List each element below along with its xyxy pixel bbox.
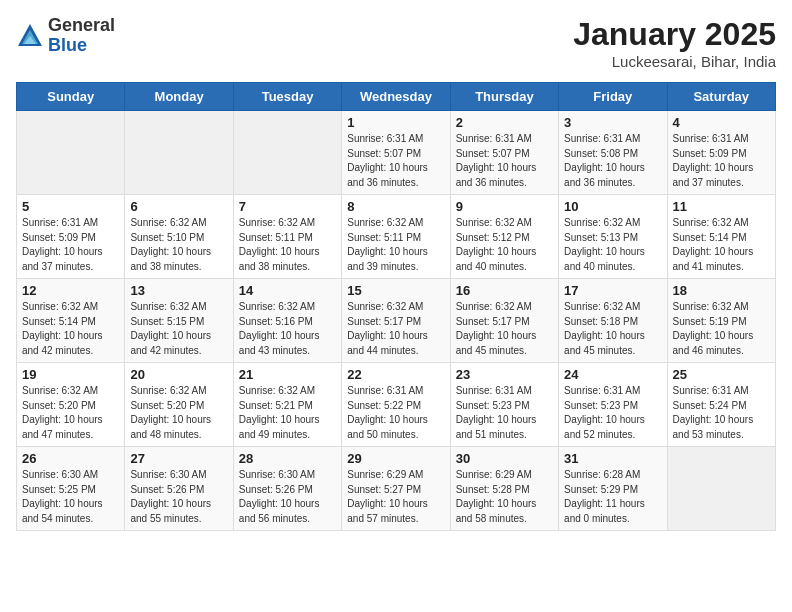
- day-info: Sunrise: 6:32 AM Sunset: 5:14 PM Dayligh…: [673, 216, 770, 274]
- day-info: Sunrise: 6:32 AM Sunset: 5:16 PM Dayligh…: [239, 300, 336, 358]
- calendar-cell: 13Sunrise: 6:32 AM Sunset: 5:15 PM Dayli…: [125, 279, 233, 363]
- calendar-cell: 23Sunrise: 6:31 AM Sunset: 5:23 PM Dayli…: [450, 363, 558, 447]
- calendar-cell: 4Sunrise: 6:31 AM Sunset: 5:09 PM Daylig…: [667, 111, 775, 195]
- day-info: Sunrise: 6:32 AM Sunset: 5:12 PM Dayligh…: [456, 216, 553, 274]
- calendar-cell: 28Sunrise: 6:30 AM Sunset: 5:26 PM Dayli…: [233, 447, 341, 531]
- day-info: Sunrise: 6:31 AM Sunset: 5:09 PM Dayligh…: [22, 216, 119, 274]
- day-number: 10: [564, 199, 661, 214]
- calendar-week-row: 12Sunrise: 6:32 AM Sunset: 5:14 PM Dayli…: [17, 279, 776, 363]
- day-number: 9: [456, 199, 553, 214]
- weekday-header-row: SundayMondayTuesdayWednesdayThursdayFrid…: [17, 83, 776, 111]
- weekday-header-saturday: Saturday: [667, 83, 775, 111]
- day-info: Sunrise: 6:31 AM Sunset: 5:22 PM Dayligh…: [347, 384, 444, 442]
- day-number: 16: [456, 283, 553, 298]
- day-info: Sunrise: 6:32 AM Sunset: 5:17 PM Dayligh…: [456, 300, 553, 358]
- calendar-cell: 8Sunrise: 6:32 AM Sunset: 5:11 PM Daylig…: [342, 195, 450, 279]
- day-number: 6: [130, 199, 227, 214]
- day-info: Sunrise: 6:31 AM Sunset: 5:08 PM Dayligh…: [564, 132, 661, 190]
- calendar-cell: 7Sunrise: 6:32 AM Sunset: 5:11 PM Daylig…: [233, 195, 341, 279]
- calendar-cell: 6Sunrise: 6:32 AM Sunset: 5:10 PM Daylig…: [125, 195, 233, 279]
- day-number: 3: [564, 115, 661, 130]
- day-info: Sunrise: 6:32 AM Sunset: 5:19 PM Dayligh…: [673, 300, 770, 358]
- day-number: 11: [673, 199, 770, 214]
- day-info: Sunrise: 6:32 AM Sunset: 5:11 PM Dayligh…: [347, 216, 444, 274]
- calendar-cell: 2Sunrise: 6:31 AM Sunset: 5:07 PM Daylig…: [450, 111, 558, 195]
- calendar-cell: 15Sunrise: 6:32 AM Sunset: 5:17 PM Dayli…: [342, 279, 450, 363]
- day-number: 20: [130, 367, 227, 382]
- calendar-cell: 20Sunrise: 6:32 AM Sunset: 5:20 PM Dayli…: [125, 363, 233, 447]
- day-number: 30: [456, 451, 553, 466]
- calendar-week-row: 19Sunrise: 6:32 AM Sunset: 5:20 PM Dayli…: [17, 363, 776, 447]
- day-number: 31: [564, 451, 661, 466]
- calendar-cell: 30Sunrise: 6:29 AM Sunset: 5:28 PM Dayli…: [450, 447, 558, 531]
- day-info: Sunrise: 6:32 AM Sunset: 5:13 PM Dayligh…: [564, 216, 661, 274]
- weekday-header-friday: Friday: [559, 83, 667, 111]
- day-info: Sunrise: 6:32 AM Sunset: 5:15 PM Dayligh…: [130, 300, 227, 358]
- day-number: 14: [239, 283, 336, 298]
- day-info: Sunrise: 6:32 AM Sunset: 5:21 PM Dayligh…: [239, 384, 336, 442]
- day-number: 27: [130, 451, 227, 466]
- day-number: 7: [239, 199, 336, 214]
- calendar-body: 1Sunrise: 6:31 AM Sunset: 5:07 PM Daylig…: [17, 111, 776, 531]
- day-info: Sunrise: 6:31 AM Sunset: 5:23 PM Dayligh…: [564, 384, 661, 442]
- calendar-cell: [667, 447, 775, 531]
- calendar-cell: 5Sunrise: 6:31 AM Sunset: 5:09 PM Daylig…: [17, 195, 125, 279]
- day-number: 23: [456, 367, 553, 382]
- calendar-cell: 25Sunrise: 6:31 AM Sunset: 5:24 PM Dayli…: [667, 363, 775, 447]
- page-header: General Blue January 2025 Luckeesarai, B…: [16, 16, 776, 70]
- day-number: 21: [239, 367, 336, 382]
- day-number: 8: [347, 199, 444, 214]
- day-info: Sunrise: 6:30 AM Sunset: 5:26 PM Dayligh…: [239, 468, 336, 526]
- day-number: 17: [564, 283, 661, 298]
- day-info: Sunrise: 6:32 AM Sunset: 5:20 PM Dayligh…: [130, 384, 227, 442]
- day-info: Sunrise: 6:32 AM Sunset: 5:10 PM Dayligh…: [130, 216, 227, 274]
- calendar-cell: 12Sunrise: 6:32 AM Sunset: 5:14 PM Dayli…: [17, 279, 125, 363]
- day-info: Sunrise: 6:28 AM Sunset: 5:29 PM Dayligh…: [564, 468, 661, 526]
- calendar-cell: [125, 111, 233, 195]
- weekday-header-wednesday: Wednesday: [342, 83, 450, 111]
- day-number: 13: [130, 283, 227, 298]
- day-info: Sunrise: 6:32 AM Sunset: 5:14 PM Dayligh…: [22, 300, 119, 358]
- day-number: 15: [347, 283, 444, 298]
- calendar-cell: 14Sunrise: 6:32 AM Sunset: 5:16 PM Dayli…: [233, 279, 341, 363]
- weekday-header-sunday: Sunday: [17, 83, 125, 111]
- calendar-cell: 11Sunrise: 6:32 AM Sunset: 5:14 PM Dayli…: [667, 195, 775, 279]
- calendar-table: SundayMondayTuesdayWednesdayThursdayFrid…: [16, 82, 776, 531]
- calendar-cell: 27Sunrise: 6:30 AM Sunset: 5:26 PM Dayli…: [125, 447, 233, 531]
- calendar-cell: 21Sunrise: 6:32 AM Sunset: 5:21 PM Dayli…: [233, 363, 341, 447]
- calendar-cell: [17, 111, 125, 195]
- day-info: Sunrise: 6:31 AM Sunset: 5:07 PM Dayligh…: [347, 132, 444, 190]
- weekday-header-tuesday: Tuesday: [233, 83, 341, 111]
- logo-icon: [16, 22, 44, 50]
- calendar-cell: 10Sunrise: 6:32 AM Sunset: 5:13 PM Dayli…: [559, 195, 667, 279]
- calendar-subtitle: Luckeesarai, Bihar, India: [573, 53, 776, 70]
- calendar-week-row: 1Sunrise: 6:31 AM Sunset: 5:07 PM Daylig…: [17, 111, 776, 195]
- calendar-cell: 22Sunrise: 6:31 AM Sunset: 5:22 PM Dayli…: [342, 363, 450, 447]
- day-number: 24: [564, 367, 661, 382]
- calendar-cell: 24Sunrise: 6:31 AM Sunset: 5:23 PM Dayli…: [559, 363, 667, 447]
- calendar-week-row: 5Sunrise: 6:31 AM Sunset: 5:09 PM Daylig…: [17, 195, 776, 279]
- day-info: Sunrise: 6:29 AM Sunset: 5:28 PM Dayligh…: [456, 468, 553, 526]
- logo-blue-text: Blue: [48, 35, 87, 55]
- calendar-cell: 16Sunrise: 6:32 AM Sunset: 5:17 PM Dayli…: [450, 279, 558, 363]
- calendar-title: January 2025: [573, 16, 776, 53]
- day-info: Sunrise: 6:31 AM Sunset: 5:23 PM Dayligh…: [456, 384, 553, 442]
- day-info: Sunrise: 6:32 AM Sunset: 5:20 PM Dayligh…: [22, 384, 119, 442]
- day-number: 4: [673, 115, 770, 130]
- logo-general-text: General: [48, 15, 115, 35]
- calendar-cell: [233, 111, 341, 195]
- day-number: 25: [673, 367, 770, 382]
- day-number: 28: [239, 451, 336, 466]
- day-info: Sunrise: 6:32 AM Sunset: 5:17 PM Dayligh…: [347, 300, 444, 358]
- calendar-cell: 26Sunrise: 6:30 AM Sunset: 5:25 PM Dayli…: [17, 447, 125, 531]
- day-number: 18: [673, 283, 770, 298]
- calendar-week-row: 26Sunrise: 6:30 AM Sunset: 5:25 PM Dayli…: [17, 447, 776, 531]
- day-number: 22: [347, 367, 444, 382]
- day-number: 12: [22, 283, 119, 298]
- day-info: Sunrise: 6:29 AM Sunset: 5:27 PM Dayligh…: [347, 468, 444, 526]
- calendar-cell: 17Sunrise: 6:32 AM Sunset: 5:18 PM Dayli…: [559, 279, 667, 363]
- calendar-cell: 18Sunrise: 6:32 AM Sunset: 5:19 PM Dayli…: [667, 279, 775, 363]
- calendar-cell: 19Sunrise: 6:32 AM Sunset: 5:20 PM Dayli…: [17, 363, 125, 447]
- calendar-header: SundayMondayTuesdayWednesdayThursdayFrid…: [17, 83, 776, 111]
- day-info: Sunrise: 6:31 AM Sunset: 5:07 PM Dayligh…: [456, 132, 553, 190]
